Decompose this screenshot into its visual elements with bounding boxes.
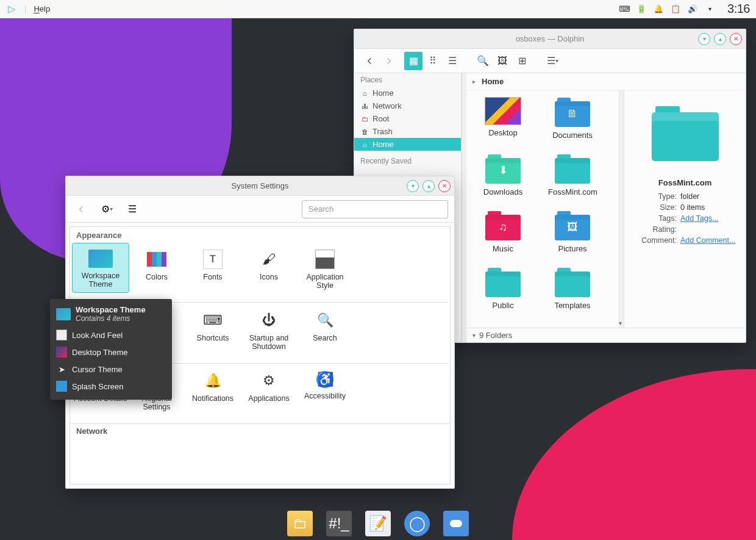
add-tags-link[interactable]: Add Tags... xyxy=(680,214,736,223)
split-button[interactable]: ⊞ xyxy=(513,52,531,70)
app-launcher-icon[interactable]: ▷ xyxy=(6,4,17,15)
network-icon: 🖧 xyxy=(360,102,369,110)
colors-icon xyxy=(147,250,166,269)
recent-header: Recently Saved xyxy=(354,154,461,168)
close-button[interactable]: ✕ xyxy=(438,180,451,192)
appstyle-item[interactable]: Application Style xyxy=(297,243,353,292)
folder-public[interactable]: Public xyxy=(479,268,527,310)
sidebar-item-trash[interactable]: 🗑Trash xyxy=(354,125,461,138)
dock-kate[interactable]: 📝 xyxy=(365,511,391,536)
fonts-icon: T xyxy=(203,250,223,269)
info-comment-label: Comment: xyxy=(634,236,677,245)
breadcrumb[interactable]: ▸ Home xyxy=(466,73,746,90)
folder-icon xyxy=(485,268,521,297)
folder-icon: 🗎 xyxy=(555,98,590,127)
root-icon: 🗀 xyxy=(360,115,369,123)
apps-icon: ⚙ xyxy=(259,371,279,391)
search-button[interactable]: 🔍 xyxy=(474,52,492,70)
trash-icon: 🗑 xyxy=(360,128,369,136)
config-button[interactable]: ⚙▾ xyxy=(98,200,116,218)
search-input[interactable]: Search xyxy=(302,200,448,218)
shortcuts-icon: ⌨ xyxy=(203,311,223,330)
folder-icon xyxy=(555,154,590,184)
help-menu[interactable]: Help xyxy=(34,4,50,13)
workspace-theme-tooltip: Workspace Theme Contains 4 items Look An… xyxy=(50,299,172,400)
search-item[interactable]: 🔍 Search xyxy=(297,304,353,353)
breadcrumb-arrow-icon: ▸ xyxy=(472,78,476,85)
startup-item[interactable]: ⏻ Startup and Shutdown xyxy=(241,304,297,353)
a11y-item[interactable]: ♿ Accessibility xyxy=(297,365,353,414)
view-compact-button[interactable]: ⠿ xyxy=(424,52,442,70)
clock[interactable]: 3:16 xyxy=(727,2,750,16)
settings-titlebar[interactable]: System Settings ▾ ▴ ✕ xyxy=(66,176,454,196)
folder-fossmint[interactable]: FossMint.com xyxy=(548,154,597,196)
tooltip-item-desktop-theme[interactable]: Desktop Theme xyxy=(50,344,172,361)
minimize-button[interactable]: ▾ xyxy=(698,33,710,45)
minimize-button[interactable]: ▾ xyxy=(407,180,419,192)
folder-icon: ♫ xyxy=(485,211,521,240)
dock: 🗀 #!_ 📝 ◯ xyxy=(287,511,469,540)
battery-icon[interactable]: 🔋 xyxy=(636,4,647,15)
places-header: Places xyxy=(354,73,461,87)
dock-terminal[interactable]: #!_ xyxy=(326,511,352,536)
view-icons-button[interactable]: ▦ xyxy=(404,52,423,70)
sidebar-item-root[interactable]: 🗀Root xyxy=(354,112,461,125)
maximize-button[interactable]: ▴ xyxy=(714,33,726,45)
info-tags-label: Tags: xyxy=(634,214,677,223)
cursor-icon: ➤ xyxy=(56,364,67,375)
folder-icon: ⬇ xyxy=(485,154,521,184)
dock-files[interactable]: 🗀 xyxy=(287,511,313,536)
tooltip-item-cursor[interactable]: ➤Cursor Theme xyxy=(50,361,172,378)
file-icon-view[interactable]: Desktop 🗎 Documents ⬇ Downloads xyxy=(466,90,619,328)
workspace-theme-icon xyxy=(88,250,113,268)
folder-music[interactable]: ♫ Music xyxy=(479,211,527,253)
tray-expand-icon[interactable]: ▾ xyxy=(704,4,715,15)
folder-downloads[interactable]: ⬇ Downloads xyxy=(479,154,527,196)
folder-desktop[interactable]: Desktop xyxy=(479,98,527,140)
tooltip-subtitle: Contains 4 items xyxy=(76,314,146,323)
fonts-item[interactable]: T Fonts xyxy=(185,243,241,292)
view-details-button[interactable]: ☰ xyxy=(443,52,462,70)
forward-button[interactable] xyxy=(380,52,398,70)
info-rating-value[interactable] xyxy=(680,225,736,234)
close-button[interactable]: ✕ xyxy=(730,33,742,45)
sidebar-item-home-selected[interactable]: ⌂Home xyxy=(354,138,461,151)
shortcuts-item[interactable]: ⌨ Shortcuts xyxy=(185,304,241,353)
file-scrollbar[interactable]: ▾ xyxy=(619,90,624,328)
workspace-theme-item[interactable]: Workspace Theme xyxy=(73,243,129,292)
volume-icon[interactable]: 🔊 xyxy=(687,4,698,15)
folder-pictures[interactable]: 🖼 Pictures xyxy=(548,211,597,253)
info-rating-label: Rating: xyxy=(634,225,677,234)
sidebar-item-home[interactable]: ⌂Home xyxy=(354,87,461,99)
notifications-item[interactable]: 🔔 Notifications xyxy=(185,365,241,414)
tooltip-item-lookfeel[interactable]: Look And Feel xyxy=(50,326,172,344)
sidebar-scrollbar[interactable] xyxy=(462,73,466,342)
splash-icon xyxy=(56,381,67,392)
dolphin-titlebar[interactable]: osboxes — Dolphin ▾ ▴ ✕ xyxy=(354,29,746,49)
folder-templates[interactable]: Templates xyxy=(548,268,597,310)
notifications-icon[interactable]: 🔔 xyxy=(653,4,664,15)
info-size-label: Size: xyxy=(634,203,677,212)
dock-settings[interactable] xyxy=(443,511,469,536)
dolphin-title-label: osboxes — Dolphin xyxy=(516,34,585,43)
sidebar-item-network[interactable]: 🖧Network xyxy=(354,99,461,112)
search-icon: 🔍 xyxy=(315,311,335,330)
tooltip-item-splash[interactable]: Splash Screen xyxy=(50,378,172,395)
icons-item[interactable]: 🖌 Icons xyxy=(241,243,297,292)
folder-documents[interactable]: 🗎 Documents xyxy=(548,98,597,140)
keyboard-icon[interactable]: ⌨ xyxy=(619,4,630,15)
add-comment-link[interactable]: Add Comment... xyxy=(680,236,736,245)
colors-item[interactable]: Colors xyxy=(129,243,185,292)
maximize-button[interactable]: ▴ xyxy=(423,180,435,192)
appstyle-icon xyxy=(315,250,335,269)
menu-button[interactable]: ☰▾ xyxy=(543,52,562,70)
clipboard-icon[interactable]: 📋 xyxy=(670,4,681,15)
back-button[interactable] xyxy=(72,200,90,218)
menu-button[interactable]: ☰ xyxy=(123,200,141,218)
dock-browser[interactable]: ◯ xyxy=(404,511,430,536)
apps-item[interactable]: ⚙ Applications xyxy=(241,365,297,414)
back-button[interactable] xyxy=(360,52,379,70)
dolphin-toolbar: ▦ ⠿ ☰ 🔍 🖼 ⊞ ☰▾ xyxy=(354,49,746,73)
settings-title-label: System Settings xyxy=(232,181,289,190)
preview-button[interactable]: 🖼 xyxy=(493,52,512,70)
